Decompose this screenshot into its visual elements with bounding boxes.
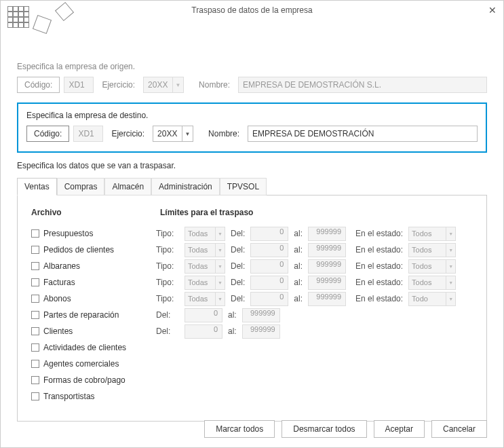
- transfer-heading: Especifica los datos que se van a traspa…: [17, 161, 487, 170]
- del-label: Del:: [231, 278, 245, 287]
- desmarcar-todos-button[interactable]: Desmarcar todos: [282, 420, 366, 438]
- dest-nombre-input[interactable]: EMPRESA DE DEMOSTRACIÓN: [248, 126, 478, 142]
- tipo-select[interactable]: Todas: [185, 259, 216, 274]
- tab-administracion[interactable]: Administración: [151, 178, 220, 195]
- tipo-select[interactable]: Todas: [185, 243, 216, 257]
- archive-checkbox[interactable]: [31, 295, 39, 303]
- chevron-down-icon[interactable]: ▼: [446, 276, 456, 290]
- origin-ejercicio-label: Ejercicio:: [98, 80, 139, 90]
- al-input[interactable]: 999999: [308, 276, 346, 290]
- archive-checkbox[interactable]: [31, 246, 39, 254]
- chevron-down-icon[interactable]: ▼: [216, 259, 225, 274]
- tipo-label: Tipo:: [156, 229, 179, 238]
- archive-checkbox[interactable]: [31, 360, 39, 368]
- al-label: al:: [294, 261, 303, 271]
- al-input[interactable]: 999999: [242, 324, 280, 339]
- estado-select[interactable]: Todos: [408, 259, 446, 274]
- archive-checkbox[interactable]: [31, 376, 39, 384]
- chevron-down-icon[interactable]: ▼: [446, 243, 456, 257]
- estado-select[interactable]: Todos: [408, 243, 446, 257]
- estado-select[interactable]: Todos: [408, 276, 446, 290]
- dest-nombre-label: Nombre:: [204, 129, 244, 138]
- estado-label: En el estado:: [355, 261, 403, 271]
- origin-nombre-input: EMPRESA DE DEMOSTRACIÓN S.L.: [238, 77, 487, 93]
- al-input[interactable]: 999999: [308, 292, 346, 306]
- tipo-select[interactable]: Todas: [185, 227, 216, 241]
- estado-label: En el estado:: [355, 245, 403, 255]
- chevron-down-icon[interactable]: ▼: [216, 227, 225, 241]
- chevron-down-icon[interactable]: ▼: [446, 292, 456, 306]
- chevron-down-icon[interactable]: ▼: [446, 227, 456, 241]
- chevron-down-icon: ▼: [173, 77, 184, 93]
- archive-row: Clientes Del: 0 al: 999999: [31, 323, 473, 339]
- tipo-label: Tipo:: [156, 294, 179, 303]
- close-icon[interactable]: ✕: [488, 5, 497, 16]
- al-label: al:: [228, 326, 237, 336]
- dest-heading: Especifica la empresa de destino.: [26, 111, 478, 120]
- chevron-down-icon[interactable]: ▼: [216, 276, 225, 290]
- del-label: Del:: [231, 245, 245, 255]
- al-input[interactable]: 999999: [308, 243, 346, 257]
- archive-checkbox[interactable]: [31, 343, 39, 352]
- aceptar-button[interactable]: Aceptar: [374, 420, 425, 438]
- del-label: Del:: [231, 294, 245, 303]
- tipo-select[interactable]: Todas: [185, 292, 216, 306]
- del-input[interactable]: 0: [250, 243, 288, 257]
- chevron-down-icon[interactable]: ▼: [182, 126, 193, 142]
- chevron-down-icon[interactable]: ▼: [446, 259, 456, 274]
- del-input[interactable]: 0: [250, 259, 288, 274]
- al-input[interactable]: 999999: [242, 308, 280, 322]
- archive-checkbox[interactable]: [31, 278, 39, 286]
- del-input[interactable]: 0: [250, 292, 288, 306]
- chevron-down-icon[interactable]: ▼: [216, 292, 225, 306]
- cancelar-button[interactable]: Cancelar: [431, 420, 487, 438]
- archive-label: Partes de reparación: [43, 310, 156, 320]
- tab-almacen[interactable]: Almacén: [104, 178, 151, 195]
- del-input[interactable]: 0: [250, 276, 288, 290]
- del-input[interactable]: 0: [250, 227, 288, 241]
- archive-row: Presupuestos Tipo:Todas▼ Del: 0 al: 9999…: [31, 225, 473, 242]
- al-label: al:: [294, 229, 303, 238]
- origin-nombre-label: Nombre:: [195, 80, 234, 90]
- col-header-archivo: Archivo: [31, 208, 160, 217]
- archive-row: Abonos Tipo:Todas▼ Del: 0 al: 999999 En …: [31, 291, 473, 307]
- tipo-select[interactable]: Todas: [185, 276, 216, 290]
- tab-ventas[interactable]: Ventas: [17, 178, 57, 195]
- archive-row: Albaranes Tipo:Todas▼ Del: 0 al: 999999 …: [31, 258, 473, 274]
- archive-row: Actividades de clientes: [31, 339, 473, 356]
- origin-code-input: XD1: [64, 77, 94, 93]
- archive-label: Actividades de clientes: [43, 343, 156, 352]
- tipo-label: Tipo:: [156, 278, 179, 287]
- tab-tpvsol[interactable]: TPVSOL: [220, 178, 267, 195]
- archive-checkbox[interactable]: [31, 392, 39, 400]
- tab-compras[interactable]: Compras: [57, 178, 105, 195]
- al-label: al:: [228, 310, 237, 320]
- estado-label: En el estado:: [355, 278, 403, 287]
- al-input[interactable]: 999999: [308, 259, 346, 274]
- archive-checkbox[interactable]: [31, 311, 39, 319]
- archive-checkbox[interactable]: [31, 229, 39, 238]
- estado-label: En el estado:: [355, 294, 403, 303]
- chevron-down-icon[interactable]: ▼: [216, 243, 225, 257]
- al-input[interactable]: 999999: [308, 227, 346, 241]
- estado-select[interactable]: Todo: [408, 292, 446, 306]
- archive-checkbox[interactable]: [31, 262, 39, 270]
- archive-row: Partes de reparación Del: 0 al: 999999: [31, 307, 473, 323]
- tipo-label: Tipo:: [156, 261, 179, 271]
- archive-checkbox[interactable]: [31, 327, 39, 335]
- archive-label: Pedidos de clientes: [43, 245, 156, 255]
- del-label: Del:: [231, 261, 245, 271]
- tipo-label: Tipo:: [156, 245, 179, 255]
- marcar-todos-button[interactable]: Marcar todos: [204, 420, 275, 438]
- archive-row: Transportistas: [31, 388, 473, 405]
- dest-code-input[interactable]: XD1: [73, 126, 103, 142]
- col-header-limites: Límites para el traspaso: [160, 208, 253, 217]
- al-label: al:: [294, 278, 303, 287]
- dest-code-label[interactable]: Código:: [26, 126, 69, 142]
- del-input[interactable]: 0: [185, 324, 222, 339]
- estado-select[interactable]: Todos: [408, 227, 446, 241]
- del-input[interactable]: 0: [185, 308, 222, 322]
- dest-ejercicio-input[interactable]: 20XX: [153, 126, 182, 142]
- del-label: Del:: [231, 229, 245, 238]
- del-label: Del:: [156, 310, 179, 320]
